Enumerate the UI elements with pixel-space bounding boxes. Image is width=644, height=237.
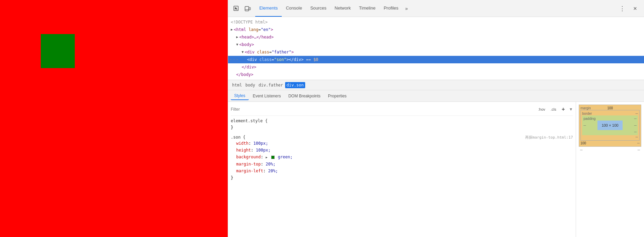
dom-line-son[interactable]: ··· <div class="son"></div> == $0 (228, 56, 644, 63)
css-rule-element-style: element.style { } (231, 118, 573, 131)
dom-line-body-close[interactable]: </body> (228, 71, 644, 78)
devtools-close-button[interactable]: ✕ (630, 3, 641, 14)
breadcrumb-body[interactable]: body (244, 82, 257, 88)
box-padding-dash: ─ (634, 117, 637, 121)
tab-timeline[interactable]: Timeline (355, 0, 380, 17)
cursor-icon[interactable] (231, 3, 242, 14)
svg-rect-1 (245, 6, 249, 11)
elements-panel: <!DOCTYPE html> ▶ <html lang="en"> ▶ <he… (228, 17, 644, 237)
css-prop-margin-left: margin-left: 20%; (231, 168, 573, 174)
css-prop-margin-top: margin-top: 20%; (231, 161, 573, 168)
dom-tree[interactable]: <!DOCTYPE html> ▶ <html lang="en"> ▶ <he… (228, 17, 644, 80)
webpage-preview (0, 0, 228, 237)
cls-button[interactable]: .cls (549, 107, 558, 112)
box-model-container: margin 100 border ─ (579, 105, 641, 152)
box-margin-left: 100 (580, 141, 586, 145)
breadcrumb-html[interactable]: html (231, 82, 243, 88)
styles-panel: :hov .cls + ▼ element.style { } (228, 102, 644, 237)
css-rule-son-close: } (231, 174, 573, 181)
more-tabs-button[interactable]: » (402, 0, 411, 17)
box-border-dash: ─ (636, 112, 638, 115)
tab-elements[interactable]: Elements (255, 0, 282, 17)
box-outer-dash-left: ─ (580, 148, 582, 152)
box-margin-bottom: ─ (637, 141, 640, 145)
style-tab-styles[interactable]: Styles (231, 92, 249, 100)
style-tabs: Styles Event Listeners DOM Breakpoints P… (228, 90, 644, 102)
breadcrumb-father[interactable]: div.father (257, 82, 284, 88)
box-model: margin 100 border ─ (576, 102, 644, 237)
dom-line-head[interactable]: ▶ <head>…</head> (228, 33, 644, 41)
color-swatch-arrow: ▶ (266, 154, 267, 161)
box-border-bottom: ─ (636, 135, 638, 139)
breadcrumb-son[interactable]: div.son (285, 82, 305, 88)
filter-input[interactable] (231, 107, 534, 112)
styles-left: :hov .cls + ▼ element.style { } (228, 102, 576, 237)
hov-button[interactable]: :hov (537, 107, 546, 112)
style-tab-dom-breakpoints[interactable]: DOM Breakpoints (285, 92, 324, 100)
dom-line-father-close[interactable]: </div> (228, 63, 644, 71)
box-outer-dash-right: ─ (638, 148, 640, 152)
box-padding-left: ─ (584, 124, 586, 127)
color-swatch-green[interactable] (271, 156, 275, 159)
style-tab-event-listeners[interactable]: Event Listeners (249, 92, 284, 100)
add-style-button[interactable]: + (560, 106, 566, 113)
css-selector-element-style: element.style { (231, 118, 573, 123)
box-margin-label: margin (580, 106, 591, 110)
dom-line-doctype[interactable]: <!DOCTYPE html> (228, 18, 644, 26)
tab-profiles[interactable]: Profiles (380, 0, 402, 17)
css-prop-height: height: 100px; (231, 147, 573, 154)
css-selector-son: .son { (231, 135, 245, 140)
css-rule-element-style-close: } (231, 124, 573, 131)
style-tab-properties[interactable]: Properties (325, 92, 350, 100)
dom-line-father[interactable]: ▼ <div class="father"> (228, 48, 644, 56)
devtools-panel: Elements Console Sources Network Timelin… (228, 0, 644, 237)
box-border-label: border (582, 112, 592, 115)
box-content-label: 100 × 100 (602, 123, 618, 127)
dom-line-body[interactable]: ▼ <body> (228, 41, 644, 48)
box-padding-label: padding (584, 117, 596, 121)
filter-expand-icon[interactable]: ▼ (569, 107, 573, 112)
box-padding-right: ─ (634, 124, 637, 127)
css-prop-width: width: 100px; (231, 140, 573, 147)
device-icon[interactable] (242, 3, 253, 14)
devtools-menu-button[interactable]: ⋮ (617, 3, 628, 14)
box-margin-top-value: 100 (591, 106, 629, 110)
tab-console[interactable]: Console (282, 0, 306, 17)
css-source-son[interactable]: 再探margin-top.html:17 (525, 135, 573, 140)
css-prop-background: background: ▶ green; (231, 154, 573, 161)
filter-bar: :hov .cls + ▼ (231, 105, 573, 116)
svg-rect-2 (249, 7, 250, 10)
css-rule-son: .son { 再探margin-top.html:17 width: 100px… (231, 135, 573, 181)
devtools-toolbar: Elements Console Sources Network Timelin… (228, 0, 644, 17)
green-box (41, 34, 75, 68)
tab-network[interactable]: Network (331, 0, 355, 17)
tab-sources[interactable]: Sources (306, 0, 331, 17)
dom-dots: ··· (229, 56, 239, 63)
breadcrumb: html body div.father div.son (228, 80, 644, 90)
box-content: 100 × 100 (597, 121, 622, 130)
devtools-right-icons: ⋮ ✕ (617, 3, 641, 14)
devtools-tabs: Elements Console Sources Network Timelin… (255, 0, 617, 17)
dom-line-html[interactable]: ▶ <html lang="en"> (228, 26, 644, 33)
box-padding-bottom: ─ (634, 130, 637, 134)
